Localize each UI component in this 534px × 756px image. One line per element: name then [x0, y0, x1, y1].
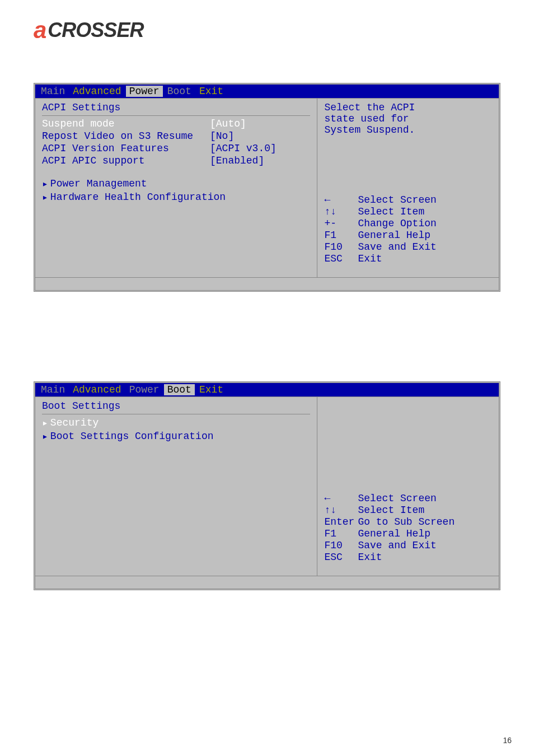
setting-label: ACPI APIC support: [42, 155, 210, 166]
submenu-label: Hardware Health Configuration: [50, 192, 226, 203]
submenu-boot-settings-config[interactable]: ▸ Boot Settings Configuration: [42, 430, 310, 442]
section-title: ACPI Settings: [42, 102, 310, 113]
setting-label: Suspend mode: [42, 118, 210, 129]
key-hint: ←Select Screen: [324, 194, 492, 206]
bios-window-power: Main Advanced Power Boot Exit ACPI Setti…: [34, 83, 500, 292]
key-hint: ↑↓Select Item: [324, 505, 492, 516]
tab-power[interactable]: Power: [126, 384, 163, 395]
arrow-right-icon: ▸: [42, 178, 48, 190]
key-hint: F10Save and Exit: [324, 241, 492, 253]
divider: [42, 115, 310, 116]
logo-area: a CROSSER: [0, 0, 534, 60]
key-hint: ESCExit: [324, 253, 492, 264]
help-line: state used for: [324, 113, 492, 124]
key-hint: EnterGo to Sub Screen: [324, 516, 492, 528]
setting-value: [Enabled]: [210, 155, 264, 166]
bios-tabs: Main Advanced Power Boot Exit: [35, 383, 499, 396]
bios-left-panel: ACPI Settings Suspend mode [Auto] Repost…: [35, 98, 317, 277]
key-hint: F1General Help: [324, 230, 492, 241]
tab-main[interactable]: Main: [38, 86, 68, 97]
setting-label: Repost Video on S3 Resume: [42, 130, 210, 142]
submenu-label: Power Management: [50, 178, 147, 189]
arrow-right-icon: ▸: [42, 430, 48, 442]
key-hint: ESCExit: [324, 552, 492, 563]
tab-advanced[interactable]: Advanced: [69, 384, 124, 395]
key-hint: ↑↓Select Item: [324, 206, 492, 217]
bios-footer: [35, 277, 499, 290]
arrow-right-icon: ▸: [42, 417, 48, 429]
tab-exit[interactable]: Exit: [196, 86, 227, 97]
setting-repost-video[interactable]: Repost Video on S3 Resume [No]: [42, 130, 310, 142]
setting-suspend-mode[interactable]: Suspend mode [Auto]: [42, 118, 310, 129]
bios-right-panel: ←Select Screen ↑↓Select Item EnterGo to …: [317, 396, 499, 576]
bios-window-boot: Main Advanced Power Boot Exit Boot Setti…: [34, 381, 500, 590]
submenu-hardware-health[interactable]: ▸ Hardware Health Configuration: [42, 191, 310, 203]
bios-left-panel: Boot Settings ▸ Security ▸ Boot Settings…: [35, 396, 317, 576]
setting-value: [ACPI v3.0]: [210, 143, 277, 154]
tab-power[interactable]: Power: [126, 86, 163, 97]
tab-exit[interactable]: Exit: [196, 384, 227, 395]
tab-boot[interactable]: Boot: [164, 384, 195, 395]
divider: [42, 414, 310, 414]
bios-footer: [35, 576, 499, 589]
section-title: Boot Settings: [42, 400, 310, 412]
setting-value: [Auto]: [210, 118, 246, 129]
help-text: Select the ACPI state used for System Su…: [324, 102, 492, 136]
key-hints: ←Select Screen ↑↓Select Item EnterGo to …: [324, 492, 492, 572]
logo-text: CROSSER: [48, 18, 143, 42]
logo-letter: a: [34, 17, 46, 44]
submenu-label: Security: [50, 417, 99, 428]
help-line: Select the ACPI: [324, 102, 492, 113]
tab-advanced[interactable]: Advanced: [69, 86, 124, 97]
setting-acpi-version[interactable]: ACPI Version Features [ACPI v3.0]: [42, 143, 310, 154]
key-hint: +-Change Option: [324, 218, 492, 229]
setting-value: [No]: [210, 130, 234, 142]
tab-main[interactable]: Main: [38, 384, 68, 395]
bios-tabs: Main Advanced Power Boot Exit: [35, 85, 499, 98]
logo: a CROSSER: [34, 17, 143, 44]
arrow-right-icon: ▸: [42, 191, 48, 203]
submenu-security[interactable]: ▸ Security: [42, 417, 310, 429]
key-hint: F1General Help: [324, 528, 492, 539]
key-hint: F10Save and Exit: [324, 540, 492, 551]
setting-label: ACPI Version Features: [42, 143, 210, 154]
key-hints: ←Select Screen ↑↓Select Item +-Change Op…: [324, 194, 492, 274]
submenu-power-management[interactable]: ▸ Power Management: [42, 178, 310, 190]
setting-acpi-apic[interactable]: ACPI APIC support [Enabled]: [42, 155, 310, 166]
bios-right-panel: Select the ACPI state used for System Su…: [317, 98, 499, 277]
help-line: System Suspend.: [324, 124, 492, 136]
submenu-label: Boot Settings Configuration: [50, 431, 214, 442]
tab-boot[interactable]: Boot: [164, 86, 195, 97]
key-hint: ←Select Screen: [324, 493, 492, 504]
